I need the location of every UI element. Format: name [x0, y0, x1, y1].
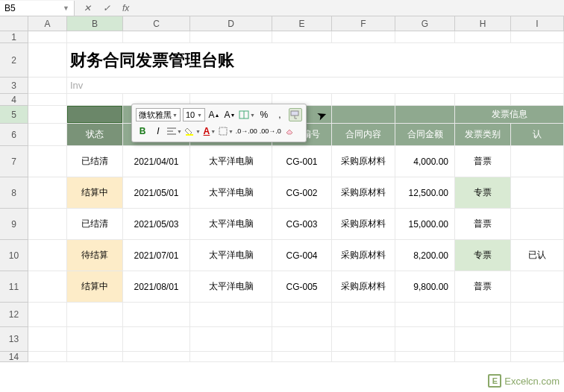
row-header-7[interactable]: 7 — [0, 146, 28, 177]
cell[interactable] — [67, 94, 123, 106]
amount-cell[interactable]: 12,500.00 — [395, 177, 455, 209]
content-cell[interactable]: 采购原材料 — [332, 240, 395, 271]
unit-cell[interactable]: 太平洋电脑 — [190, 271, 272, 303]
row-header-13[interactable]: 13 — [0, 327, 28, 352]
bold-button[interactable]: B — [136, 124, 149, 138]
cell[interactable] — [395, 31, 455, 43]
row-header-11[interactable]: 11 — [0, 271, 28, 303]
cell[interactable] — [28, 209, 67, 240]
cell[interactable] — [332, 327, 395, 352]
row-header-2[interactable]: 2 — [0, 43, 28, 78]
status-cell[interactable]: 待结算 — [67, 240, 123, 271]
name-box[interactable]: B5 ▼ — [0, 1, 75, 16]
name-box-dropdown-icon[interactable]: ▼ — [63, 4, 69, 12]
unit-cell[interactable]: 太平洋电脑 — [190, 240, 272, 271]
cell[interactable] — [28, 177, 67, 209]
cell[interactable] — [455, 31, 511, 43]
comma-button[interactable]: , — [273, 108, 286, 121]
increase-decimal-button[interactable]: .0→.00 — [236, 124, 257, 138]
cell[interactable] — [272, 31, 332, 43]
ext-cell[interactable] — [511, 177, 564, 209]
invoice-type-cell[interactable]: 普票 — [455, 271, 511, 303]
table-header-blank[interactable] — [67, 106, 123, 124]
ext-cell[interactable]: 已认 — [511, 240, 564, 271]
decrease-decimal-button[interactable]: .00→.0 — [260, 124, 281, 138]
amount-cell[interactable]: 4,000.00 — [395, 146, 455, 177]
cell[interactable] — [28, 352, 67, 362]
invoice-type-cell[interactable]: 专票 — [455, 177, 511, 209]
content-cell[interactable]: 采购原材料 — [332, 209, 395, 240]
table-header[interactable]: 状态 — [67, 124, 123, 146]
cell[interactable] — [190, 352, 272, 362]
ext-cell[interactable] — [511, 271, 564, 303]
cell[interactable] — [28, 271, 67, 303]
cell[interactable] — [190, 31, 272, 43]
unit-cell[interactable]: 太平洋电脑 — [190, 146, 272, 177]
align-button[interactable]: ▼ — [167, 124, 182, 138]
cell[interactable] — [395, 94, 455, 106]
cell[interactable] — [28, 303, 67, 327]
contract-no-cell[interactable]: CG-005 — [272, 271, 332, 303]
col-header-B[interactable]: B — [67, 16, 123, 31]
cell[interactable] — [395, 352, 455, 362]
cell[interactable] — [455, 303, 511, 327]
font-size-select[interactable]: 10▼ — [183, 108, 205, 121]
amount-cell[interactable]: 8,200.00 — [395, 240, 455, 271]
page-subtitle[interactable]: Inv — [67, 78, 564, 94]
contract-no-cell[interactable]: CG-002 — [272, 177, 332, 209]
cell[interactable] — [272, 303, 332, 327]
cell[interactable] — [67, 327, 123, 352]
format-painter-button[interactable] — [289, 108, 302, 121]
date-cell[interactable]: 2021/05/01 — [123, 177, 190, 209]
page-title[interactable]: 财务合同发票管理台账 — [67, 43, 564, 78]
col-header-H[interactable]: H — [455, 16, 511, 31]
merge-button[interactable]: ▼ — [239, 108, 255, 121]
cell[interactable] — [511, 327, 564, 352]
contract-no-cell[interactable]: CG-001 — [272, 146, 332, 177]
cell[interactable] — [28, 78, 67, 94]
table-header-group[interactable]: 发票信息 — [455, 106, 564, 124]
fx-icon[interactable]: fx — [119, 3, 132, 13]
row-header-12[interactable]: 12 — [0, 303, 28, 327]
cell[interactable] — [28, 124, 67, 146]
table-header-blank[interactable] — [395, 106, 455, 124]
col-header-E[interactable]: E — [272, 16, 332, 31]
col-header-I[interactable]: I — [511, 16, 564, 31]
decrease-font-button[interactable]: A▼ — [223, 108, 236, 121]
clear-format-button[interactable] — [283, 124, 297, 138]
cell[interactable] — [67, 303, 123, 327]
unit-cell[interactable]: 太平洋电脑 — [190, 209, 272, 240]
contract-no-cell[interactable]: CG-004 — [272, 240, 332, 271]
font-family-select[interactable]: 微软雅黑▼ — [136, 108, 181, 121]
row-header-14[interactable]: 14 — [0, 352, 28, 362]
cell[interactable] — [511, 352, 564, 362]
confirm-icon[interactable]: ✓ — [100, 3, 113, 13]
row-header-1[interactable]: 1 — [0, 31, 28, 43]
cell[interactable] — [332, 352, 395, 362]
cell[interactable] — [28, 146, 67, 177]
table-header[interactable]: 合同内容 — [332, 124, 395, 146]
cell[interactable] — [455, 327, 511, 352]
cell[interactable] — [332, 303, 395, 327]
table-header-blank[interactable] — [332, 106, 395, 124]
cell[interactable] — [511, 94, 564, 106]
cell[interactable] — [123, 303, 190, 327]
date-cell[interactable]: 2021/07/01 — [123, 240, 190, 271]
fill-color-button[interactable]: ▼ — [184, 124, 201, 138]
cell[interactable] — [123, 31, 190, 43]
cell[interactable] — [511, 303, 564, 327]
cell[interactable] — [455, 94, 511, 106]
content-cell[interactable]: 采购原材料 — [332, 177, 395, 209]
cell[interactable] — [272, 352, 332, 362]
table-header[interactable]: 认 — [511, 124, 564, 146]
cell[interactable] — [272, 327, 332, 352]
ext-cell[interactable] — [511, 146, 564, 177]
row-header-4[interactable]: 4 — [0, 94, 28, 106]
status-cell[interactable]: 已结清 — [67, 209, 123, 240]
select-all-corner[interactable] — [0, 16, 28, 31]
border-button[interactable]: ▼ — [219, 124, 234, 138]
cell[interactable] — [190, 327, 272, 352]
cell[interactable] — [332, 31, 395, 43]
cell[interactable] — [28, 31, 67, 43]
cell[interactable] — [123, 327, 190, 352]
